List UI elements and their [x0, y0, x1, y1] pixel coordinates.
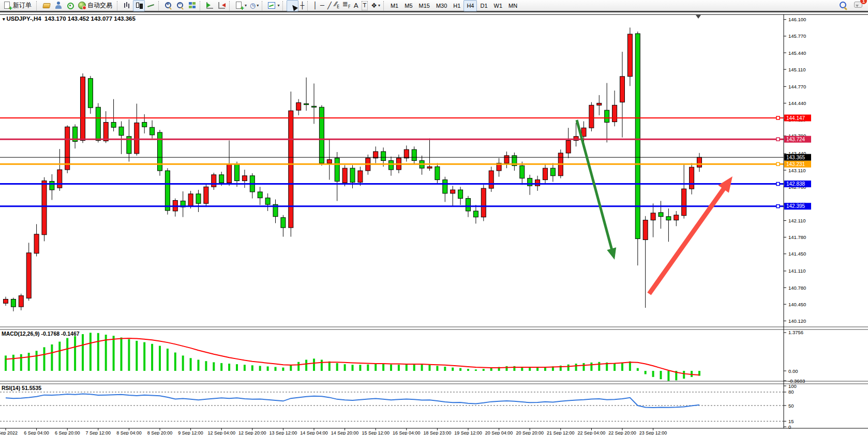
- chart-window: ▾USDJPY-,H4 143.170 143.452 143.077 143.…: [0, 14, 868, 435]
- price-chart[interactable]: 146.100145.770145.440145.110144.770144.4…: [0, 14, 868, 435]
- trendline-button[interactable]: ╱: [326, 0, 333, 11]
- svg-text:8 Sep 20:00: 8 Sep 20:00: [147, 430, 173, 435]
- chart-marker-icon: ▾: [3, 17, 5, 22]
- chart-shift-button[interactable]: [216, 0, 228, 11]
- tf-m1-button[interactable]: M1: [387, 0, 401, 11]
- tf-m5-button[interactable]: M5: [401, 0, 415, 11]
- svg-text:80: 80: [788, 389, 794, 395]
- toolbar-right: 1: [839, 0, 868, 11]
- cursor-button[interactable]: [287, 0, 298, 11]
- crosshair-button[interactable]: ┼: [298, 0, 306, 11]
- rsi-label: RSI(14) 51.5535: [2, 385, 41, 391]
- new-order-icon: [3, 1, 12, 10]
- new-order-label: 新订单: [13, 1, 32, 10]
- trendline-icon: ╱: [327, 2, 332, 10]
- svg-text:143.231: 143.231: [786, 161, 805, 167]
- toolbar-group-scroll: [204, 0, 228, 11]
- signals-button[interactable]: [64, 0, 76, 11]
- periods-caret-icon[interactable]: ▾: [257, 3, 259, 8]
- toolbar-separator: [383, 1, 386, 10]
- line-chart-button[interactable]: [145, 0, 157, 11]
- svg-text:141.450: 141.450: [788, 251, 806, 257]
- toolbar-group-zoom: [162, 0, 198, 11]
- tf-d1-button[interactable]: D1: [477, 0, 490, 11]
- horizontal-line-button[interactable]: ─: [319, 0, 326, 11]
- svg-text:144.440: 144.440: [788, 100, 806, 106]
- vertical-line-icon: │: [313, 2, 317, 10]
- zoom-in-button[interactable]: [162, 0, 174, 11]
- chat-button[interactable]: 1: [854, 0, 863, 11]
- svg-text:22 Sep 04:00: 22 Sep 04:00: [578, 430, 606, 435]
- market-profile-button[interactable]: [40, 0, 52, 11]
- auto-scroll-icon: [205, 1, 214, 10]
- indicators-caret-icon[interactable]: ▾: [245, 3, 247, 8]
- tf-h4-button[interactable]: H4: [463, 0, 477, 11]
- tf-mn-button[interactable]: MN: [505, 0, 520, 11]
- macd-name: MACD(12,26,9): [2, 331, 40, 337]
- fibonacci-button[interactable]: ≣F: [341, 0, 352, 11]
- svg-text:14 Sep 20:00: 14 Sep 20:00: [331, 430, 359, 435]
- community-button[interactable]: [52, 0, 64, 11]
- toolbar-group-timeframes: M1M5M15M30H1H4D1W1MN: [387, 0, 520, 11]
- templates-caret-icon[interactable]: ▾: [277, 3, 279, 8]
- text-label-button[interactable]: T: [360, 0, 370, 11]
- toolbar-group-chart-type: [121, 0, 157, 11]
- zoom-out-button[interactable]: [174, 0, 186, 11]
- svg-text:20 Sep 20:00: 20 Sep 20:00: [516, 430, 544, 435]
- notification-badge: 1: [860, 0, 867, 4]
- toolbar-group-objects: │─╱⁄⁄E≣FAT❖▾: [311, 0, 382, 11]
- indicators-button[interactable]: ▾: [233, 0, 248, 11]
- svg-text:16 Sep 04:00: 16 Sep 04:00: [393, 430, 421, 435]
- tf-m30-button[interactable]: M30: [433, 0, 450, 11]
- svg-text:6 Sep 04:00: 6 Sep 04:00: [24, 430, 49, 435]
- toolbar-separator: [117, 1, 119, 10]
- svg-text:15: 15: [788, 418, 794, 424]
- toolbar-separator: [282, 1, 285, 10]
- vertical-line-button[interactable]: │: [311, 0, 319, 11]
- candlestick-chart-button[interactable]: [133, 0, 145, 11]
- equidistant-channel-icon: ⁄⁄E: [335, 0, 339, 11]
- tile-windows-button[interactable]: [186, 0, 198, 11]
- tf-h4-label: H4: [467, 3, 474, 9]
- svg-text:141.780: 141.780: [788, 234, 806, 240]
- templates-button[interactable]: ▾: [266, 0, 281, 11]
- svg-text:9 Sep 12:00: 9 Sep 12:00: [178, 430, 203, 435]
- ohlc-values: 143.170 143.452 143.077 143.365: [44, 16, 136, 22]
- toolbar-separator: [229, 1, 232, 10]
- tf-d1-label: D1: [480, 3, 487, 9]
- bar-chart-button[interactable]: [121, 0, 133, 11]
- svg-text:142.110: 142.110: [788, 218, 806, 223]
- arrows-icon: ❖: [371, 2, 377, 10]
- tf-h1-button[interactable]: H1: [450, 0, 463, 11]
- arrows-button[interactable]: ❖▾: [369, 0, 382, 11]
- text-button[interactable]: A: [352, 0, 360, 11]
- text-label-icon: T: [362, 1, 368, 10]
- svg-text:145.770: 145.770: [788, 33, 806, 39]
- toolbar-group-services: 自动交易: [40, 0, 115, 11]
- tf-w1-button[interactable]: W1: [491, 0, 506, 11]
- chart-title: ▾USDJPY-,H4 143.170 143.452 143.077 143.…: [3, 16, 136, 22]
- svg-text:142.838: 142.838: [786, 181, 805, 187]
- auto-scroll-button[interactable]: [204, 0, 216, 11]
- periods-icon: ◷: [250, 2, 256, 10]
- arrows-caret-icon[interactable]: ▾: [378, 3, 380, 8]
- auto-trading-button[interactable]: 自动交易: [76, 0, 115, 11]
- rsi-name: RSI(14): [2, 385, 20, 391]
- tf-h1-label: H1: [453, 3, 460, 9]
- periods-button[interactable]: ◷▾: [248, 0, 260, 11]
- svg-text:20 Sep 04:00: 20 Sep 04:00: [485, 430, 513, 435]
- tf-m30-label: M30: [436, 3, 447, 9]
- svg-text:22 Sep 20:00: 22 Sep 20:00: [608, 430, 636, 435]
- svg-text:141.110: 141.110: [788, 268, 806, 274]
- rsi-current-value: 51.5535: [22, 385, 41, 391]
- equidistant-channel-button[interactable]: ⁄⁄E: [333, 0, 341, 11]
- toolbar-separator: [36, 1, 39, 10]
- search-icon[interactable]: [839, 1, 848, 10]
- tf-m15-button[interactable]: M15: [416, 0, 433, 11]
- macd-label: MACD(12,26,9) -0.1768 -0.1467: [2, 331, 80, 337]
- templates-icon: [267, 1, 276, 10]
- horizontal-line-icon: ─: [320, 2, 324, 10]
- macd-current-values: -0.1768 -0.1467: [41, 331, 79, 337]
- zoom-out-icon: [176, 1, 185, 10]
- new-order-button[interactable]: 新订单: [2, 0, 35, 11]
